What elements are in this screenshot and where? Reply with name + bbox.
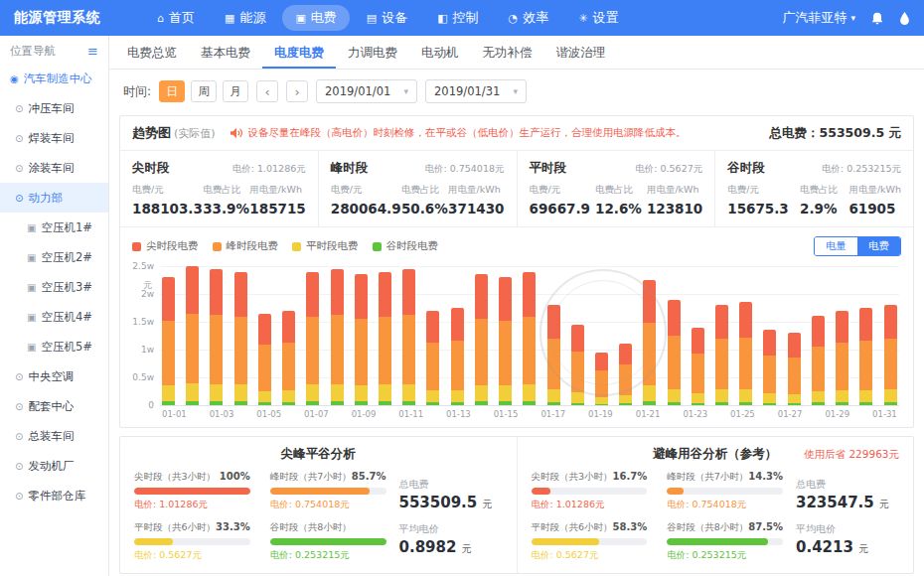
bar-segment [355, 401, 368, 405]
nav-item-home[interactable]: ⌂首页 [144, 5, 208, 31]
sidebar-item[interactable]: ⊙总装车间 [0, 421, 108, 451]
tab-motor[interactable]: 电动机 [409, 36, 471, 69]
avg-price-summary: 平均电价 0.4213 元 [796, 522, 899, 556]
sidebar-item-label: 涂装车间 [28, 161, 74, 176]
unit-toggle: 电量电费 [814, 236, 901, 256]
tab-fee-overview[interactable]: 电费总览 [115, 36, 189, 69]
chart-bar-01-26[interactable] [763, 330, 776, 405]
sidebar-item[interactable]: ⊙发动机厂 [0, 451, 108, 481]
chart-bar-01-10[interactable] [379, 272, 391, 405]
bar-segment [547, 305, 560, 339]
end-date-value: 2019/01/31 [434, 84, 500, 98]
sidebar-item[interactable]: ⊙焊装车间 [0, 123, 108, 153]
bar-segment [402, 401, 415, 405]
location-icon: ⊙ [15, 163, 23, 174]
chart-bar-01-04[interactable] [234, 272, 247, 405]
tenant-menu[interactable]: 广汽菲亚特 ▾ [782, 9, 855, 27]
chart-bar-01-08[interactable] [331, 269, 344, 405]
tab-basic-fee[interactable]: 基本电费 [189, 36, 262, 69]
sidebar-item[interactable]: ⊙配套中心 [0, 391, 108, 421]
sidebar-item[interactable]: ⊙零件部仓库 [0, 481, 108, 510]
nav-item-device[interactable]: ▤设备 [354, 5, 420, 31]
sidebar-item[interactable]: ▣空压机1# [0, 213, 108, 242]
chart-bar-01-27[interactable] [788, 333, 801, 405]
legend-label: 平时段电费 [306, 239, 359, 253]
toggle-energy-button[interactable]: 电量 [815, 237, 857, 255]
chart-bar-01-11[interactable] [402, 269, 415, 405]
sidebar-item[interactable]: ▣空压机3# [0, 272, 108, 302]
chart-bar-01-28[interactable] [812, 316, 825, 405]
sidebar-item[interactable]: ▣空压机4# [0, 302, 108, 332]
sidebar-item[interactable]: ⊙动力部 [0, 183, 108, 213]
nav-item-control[interactable]: ◧控制 [424, 5, 491, 31]
bar-segment [595, 404, 608, 406]
nav-item-settings[interactable]: ✳设置 [565, 5, 631, 31]
tab-energy-fee[interactable]: 电度电费 [262, 36, 336, 69]
sidebar-item[interactable]: ▣空压机5# [0, 332, 108, 361]
water-drop-icon[interactable] [899, 11, 910, 25]
chart-bar-01-06[interactable] [282, 311, 295, 405]
granularity-day-button[interactable]: 日 [159, 80, 185, 102]
chart-bar-01-22[interactable] [668, 300, 681, 405]
chart-bar-01-14[interactable] [475, 274, 488, 405]
chart-bar-01-24[interactable] [715, 305, 728, 405]
chart-bar-01-31[interactable] [884, 305, 897, 405]
tab-power-adjust-fee[interactable]: 力调电费 [336, 36, 409, 69]
chart-bar-01-17[interactable] [547, 305, 560, 405]
chart-bar-01-30[interactable] [859, 308, 872, 405]
chart-bar-01-15[interactable] [499, 277, 512, 405]
chart-bar-01-29[interactable] [836, 311, 848, 405]
location-icon: ⊙ [15, 193, 23, 204]
next-period-button[interactable]: › [286, 80, 308, 102]
chart-bar-01-12[interactable] [426, 311, 439, 405]
chart-bar-01-03[interactable] [210, 269, 223, 405]
bar-segment [234, 272, 247, 318]
bar-segment [643, 401, 656, 405]
bar-segment [547, 402, 560, 405]
chart-bar-01-01[interactable] [162, 277, 175, 405]
bar-segment [379, 272, 391, 318]
stat-value: 50.6% [401, 201, 448, 216]
bar-segment [331, 384, 344, 401]
chevron-down-icon: ▾ [850, 13, 855, 23]
prev-period-button[interactable]: ‹ [256, 80, 278, 102]
nav-item-fee[interactable]: ▣电费 [282, 5, 349, 31]
analysis-item-percent: 100% [220, 471, 250, 482]
tab-reactive-compensation[interactable]: 无功补偿 [471, 36, 544, 69]
notification-bell-icon[interactable] [870, 11, 884, 26]
sidebar-item[interactable]: ▣空压机2# [0, 242, 108, 272]
sidebar-item-label: 配套中心 [28, 399, 74, 414]
chart-bar-01-13[interactable] [451, 308, 464, 405]
sidebar-item[interactable]: ⊙涂装车间 [0, 153, 108, 183]
collapse-tree-icon[interactable]: ≡ [87, 44, 98, 59]
sidebar-item[interactable]: ⊙中央空调 [0, 361, 108, 391]
nav-item-efficiency[interactable]: ◔效率 [496, 5, 562, 31]
sidebar-item[interactable]: ◉汽车制造中心 [0, 64, 108, 93]
granularity-month-button[interactable]: 月 [223, 80, 248, 102]
chart-bar-01-19[interactable] [595, 353, 608, 405]
sidebar-item[interactable]: ⊙冲压车间 [0, 93, 108, 123]
granularity-week-button[interactable]: 周 [191, 80, 217, 102]
start-date-select[interactable]: 2019/01/01 ▾ [316, 79, 417, 103]
nav-item-energy[interactable]: ▦能源 [212, 5, 278, 31]
chart-bar-01-20[interactable] [619, 344, 632, 405]
chart-bar-01-21[interactable] [643, 280, 656, 405]
chart-bar-01-16[interactable] [523, 272, 536, 405]
chart-bar-01-23[interactable] [692, 328, 704, 405]
legend-swatch [132, 242, 141, 251]
location-icon: ⊙ [15, 401, 23, 412]
chart-bar-01-07[interactable] [306, 272, 319, 405]
y-tick-label: 2.5w [132, 261, 154, 271]
bar-segment [499, 277, 512, 321]
toggle-fee-button[interactable]: 电费 [857, 237, 900, 255]
end-date-select[interactable]: 2019/01/31 ▾ [425, 79, 527, 103]
location-icon: ⊙ [15, 133, 23, 144]
bar-segment [715, 305, 728, 339]
chart-bar-01-05[interactable] [258, 314, 271, 405]
chart-bar-01-02[interactable] [186, 266, 199, 405]
chart-bar-01-09[interactable] [355, 274, 368, 405]
analysis-item-flat: 平时段（共6小时）33.3%电价: 0.5627元 [134, 521, 250, 562]
chart-bar-01-18[interactable] [571, 325, 584, 405]
chart-bar-01-25[interactable] [739, 302, 752, 405]
tab-harmonic-treatment[interactable]: 谐波治理 [544, 36, 618, 69]
